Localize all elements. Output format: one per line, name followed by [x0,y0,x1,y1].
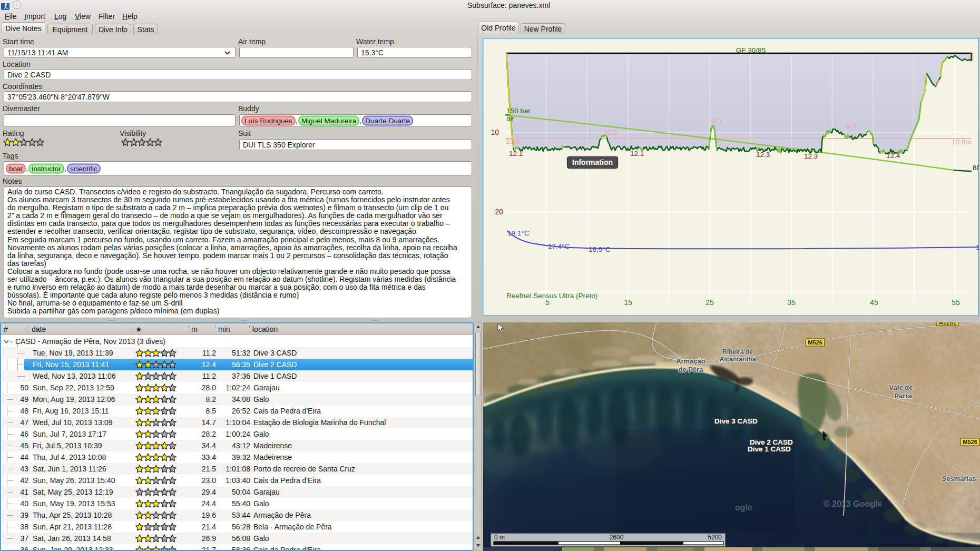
svg-text:19.1°C: 19.1°C [507,229,530,237]
svg-text:10.5: 10.5 [603,129,617,136]
svg-text:25: 25 [705,298,714,307]
svg-text:Alcantarilha: Alcantarilha [720,356,756,363]
svg-text:Sesmarias: Sesmarias [942,475,976,483]
svg-text:air: air [506,114,515,122]
svg-text:Dive 1 CASD: Dive 1 CASD [748,445,791,453]
svg-text:9.7: 9.7 [847,122,857,130]
svg-text:ogle: ogle [735,503,752,512]
svg-text:16: 16 [976,243,979,251]
svg-text:2600: 2600 [610,534,624,541]
svg-text:55: 55 [952,298,960,307]
svg-text:Ribeira de: Ribeira de [722,348,753,356]
svg-text:Armação: Armação [676,357,705,365]
svg-text:45: 45 [870,298,878,307]
svg-text:10: 10 [491,128,499,136]
svg-text:12.1: 12.1 [630,150,644,158]
svg-text:Reefnet Sensus Ultra (Preto): Reefnet Sensus Ultra (Preto) [506,292,597,300]
svg-text:12.1: 12.1 [509,150,523,158]
svg-text:de Pêra: de Pêra [679,366,704,373]
svg-text:20: 20 [495,208,503,216]
svg-text:12.3: 12.3 [756,151,770,159]
svg-text:9.1: 9.1 [713,117,723,125]
svg-text:5200: 5200 [708,534,722,541]
svg-text:16.9°C: 16.9°C [589,245,611,253]
svg-text:12.3: 12.3 [804,152,818,160]
svg-text:Vale de: Vale de [889,383,913,391]
svg-text:17.4°C: 17.4°C [548,242,570,250]
svg-text:12.4: 12.4 [886,152,900,160]
svg-text:M526: M526 [963,439,977,445]
svg-text:M12ß1: M12ß1 [938,322,956,326]
svg-text:GF 30/85: GF 30/85 [736,46,766,54]
svg-text:15: 15 [624,298,632,307]
svg-text:M526: M526 [808,339,822,346]
svg-text:150 bar: 150 bar [506,107,531,115]
svg-text:80: 80 [973,164,979,172]
svg-text:10.8m: 10.8m [952,138,972,146]
svg-text:35: 35 [787,298,796,307]
svg-text:Dive 3 CASD: Dive 3 CASD [714,417,758,425]
svg-text:Parra: Parra [894,392,912,400]
svg-text:© 2013 Google: © 2013 Google [824,499,882,508]
svg-text:0 m: 0 m [494,534,505,541]
svg-text:10.6: 10.6 [506,137,520,145]
